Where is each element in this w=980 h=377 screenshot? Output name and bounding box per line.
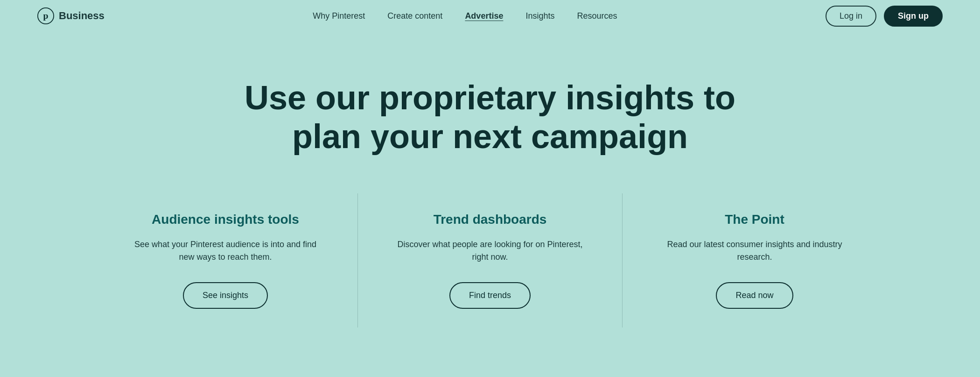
- card-the-point-desc: Read our latest consumer insights and in…: [660, 238, 849, 263]
- nav-links: Why Pinterest Create content Advertise I…: [313, 11, 617, 21]
- card-trend-dashboards-title: Trend dashboards: [434, 212, 547, 227]
- nav-buttons: Log in Sign up: [826, 6, 943, 27]
- card-audience-insights: Audience insights tools See what your Pi…: [93, 193, 358, 327]
- nav-link-create-content[interactable]: Create content: [387, 11, 442, 21]
- find-trends-button[interactable]: Find trends: [449, 282, 531, 309]
- see-insights-button[interactable]: See insights: [183, 282, 268, 309]
- brand-logo[interactable]: p Business: [37, 7, 105, 24]
- nav-link-why-pinterest[interactable]: Why Pinterest: [313, 11, 365, 21]
- brand-name: Business: [59, 10, 105, 22]
- nav-link-advertise[interactable]: Advertise: [465, 11, 503, 21]
- hero-section: Use our proprietary insights to plan you…: [0, 32, 980, 365]
- hero-title: Use our proprietary insights to plan you…: [233, 78, 747, 156]
- card-the-point-title: The Point: [725, 212, 784, 227]
- card-audience-insights-title: Audience insights tools: [152, 212, 299, 227]
- card-trend-dashboards-desc: Discover what people are looking for on …: [395, 238, 585, 263]
- pinterest-icon: p: [37, 7, 54, 24]
- navbar: p Business Why Pinterest Create content …: [0, 0, 980, 32]
- cards-row: Audience insights tools See what your Pi…: [93, 193, 887, 327]
- card-audience-insights-desc: See what your Pinterest audience is into…: [131, 238, 320, 263]
- card-trend-dashboards: Trend dashboards Discover what people ar…: [358, 193, 623, 327]
- card-the-point: The Point Read our latest consumer insig…: [623, 193, 887, 327]
- nav-link-insights[interactable]: Insights: [525, 11, 554, 21]
- signup-button[interactable]: Sign up: [884, 6, 943, 27]
- read-now-button[interactable]: Read now: [716, 282, 793, 309]
- svg-text:p: p: [43, 10, 48, 21]
- login-button[interactable]: Log in: [826, 6, 876, 27]
- nav-link-resources[interactable]: Resources: [577, 11, 617, 21]
